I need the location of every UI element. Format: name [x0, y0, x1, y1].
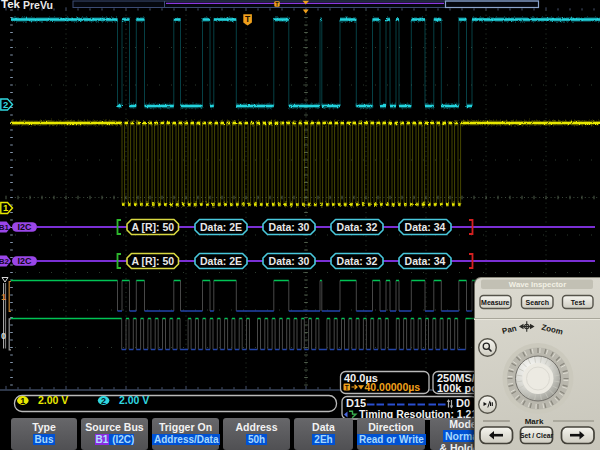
svg-text:Search: Search — [526, 299, 549, 306]
svg-text:Set / Clear: Set / Clear — [520, 432, 554, 439]
svg-text:Wave Inspector: Wave Inspector — [509, 280, 566, 289]
svg-text:Measure: Measure — [481, 299, 510, 306]
svg-text:Mark: Mark — [525, 417, 544, 426]
svg-text:Test: Test — [571, 299, 586, 306]
svg-text:Zoom: Zoom — [541, 323, 564, 337]
svg-text:Pan: Pan — [501, 324, 518, 336]
